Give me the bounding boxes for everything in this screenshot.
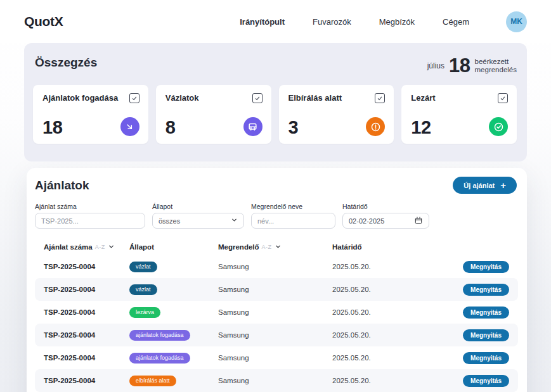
card-offers-receiving[interactable]: Ajánlatok fogadása 18 — [33, 85, 148, 144]
filter-label: Megrendelő neve — [251, 203, 335, 210]
chevron-down-icon — [108, 243, 115, 251]
deadline-date: 2025.05.20. — [332, 354, 451, 362]
card-checkbox[interactable] — [498, 93, 508, 103]
header-deadline: Határidő — [332, 243, 451, 251]
open-button[interactable]: Megnyitás — [463, 261, 509, 273]
card-checkbox[interactable] — [129, 93, 139, 103]
offer-id: TSP-2025-0004 — [44, 331, 129, 339]
table-header: Ajánlat száma A-Z Állapot Megrendelő A-Z… — [35, 239, 518, 255]
deadline-date: 2025.05.20. — [332, 286, 451, 293]
month-label: július — [427, 61, 444, 70]
chevron-down-icon — [231, 217, 238, 225]
summary-cards: Ajánlatok fogadása 18 Vázlatok 8 — [33, 85, 517, 144]
offers-section: Ajánlatok Új ajánlat + Ajánlat száma Áll… — [27, 168, 527, 392]
deadline-date: 2025.05.20. — [332, 331, 451, 339]
header-customer[interactable]: Megrendelő A-Z — [218, 243, 332, 251]
offer-id: TSP-2025-0004 — [44, 377, 129, 384]
card-value: 12 — [411, 118, 431, 136]
nav-item-dashboard[interactable]: Irányítópult — [240, 17, 285, 27]
table-row: TSP-2025-0004 lezárva Samsung 2025.05.20… — [35, 301, 518, 324]
arrow-down-right-icon — [120, 117, 139, 136]
card-label: Vázlatok — [165, 93, 199, 103]
customer-name-input[interactable] — [257, 217, 329, 225]
card-label: Elbírálás alatt — [288, 93, 342, 103]
table-row: TSP-2025-0004 vázlat Samsung 2025.05.20.… — [35, 278, 518, 301]
filter-deadline: Határidő 02-02-2025 — [342, 203, 429, 229]
check-circle-icon — [489, 117, 508, 136]
open-button[interactable]: Megnyitás — [463, 352, 509, 364]
table-row: TSP-2025-0004 elbírálás alatt Samsung 20… — [35, 369, 518, 392]
nav-item-carriers[interactable]: Fuvarozók — [313, 17, 351, 27]
nav-item-clients[interactable]: Megbízók — [379, 17, 415, 27]
plus-icon: + — [500, 180, 506, 190]
status-badge: vázlat — [129, 262, 157, 272]
open-button[interactable]: Megnyitás — [463, 307, 509, 319]
new-offer-button[interactable]: Új ajánlat + — [453, 177, 517, 194]
card-value: 18 — [42, 118, 62, 136]
customer-name: Samsung — [218, 263, 332, 270]
header-status: Állapot — [129, 243, 218, 251]
deadline-date: 2025.05.20. — [332, 377, 451, 384]
card-under-review[interactable]: Elbírálás alatt 3 — [279, 85, 394, 144]
offers-title: Ajánlatok — [35, 179, 89, 193]
card-value: 3 — [288, 118, 299, 136]
card-closed[interactable]: Lezárt 12 — [401, 85, 517, 144]
customer-name: Samsung — [218, 308, 332, 316]
open-button[interactable]: Megnyitás — [463, 375, 509, 387]
filter-offer-number: Ajánlat száma — [35, 203, 145, 229]
filter-status: Állapot összes — [152, 203, 244, 229]
offers-table: Ajánlat száma A-Z Állapot Megrendelő A-Z… — [35, 239, 518, 392]
offer-id: TSP-2025-0004 — [44, 286, 129, 293]
open-button[interactable]: Megnyitás — [463, 329, 509, 341]
deadline-date: 2025.05.20. — [332, 308, 451, 316]
customer-name: Samsung — [218, 331, 332, 339]
offer-id: TSP-2025-0004 — [44, 354, 129, 362]
orders-count: 18 — [449, 54, 470, 77]
card-checkbox[interactable] — [375, 93, 385, 103]
top-navbar: QuotX Irányítópult Fuvarozók Megbízók Cé… — [0, 0, 551, 43]
filter-customer-name: Megrendelő neve — [251, 203, 335, 229]
incoming-orders-counter: július 18 beérkezett megrendelés — [427, 54, 517, 77]
table-row: TSP-2025-0004 ajánlatok fogadása Samsung… — [35, 346, 518, 369]
deadline-date: 2025.05.20. — [332, 263, 451, 270]
filter-label: Határidő — [342, 203, 429, 210]
summary-panel: Összegzés július 18 beérkezett megrendel… — [24, 43, 527, 161]
card-label: Ajánlatok fogadása — [42, 93, 118, 103]
status-select[interactable]: összes — [152, 213, 244, 229]
truck-icon — [243, 117, 263, 136]
orders-caption: beérkezett megrendelés — [475, 58, 517, 74]
status-badge: ajánlatok fogadása — [129, 330, 190, 341]
status-badge: vázlat — [129, 284, 157, 295]
status-badge: elbírálás alatt — [129, 376, 176, 386]
avatar[interactable]: MK — [506, 11, 527, 32]
customer-name: Samsung — [218, 377, 332, 384]
customer-name: Samsung — [218, 354, 332, 362]
calendar-icon — [414, 216, 423, 226]
brand-logo: QuotX — [24, 14, 63, 29]
nav-links: Irányítópult Fuvarozók Megbízók Cégem MK — [240, 11, 527, 32]
filters-row: Ajánlat száma Állapot összes Megrendelő … — [35, 203, 518, 229]
card-drafts[interactable]: Vázlatok 8 — [156, 85, 271, 144]
offer-number-input[interactable] — [41, 217, 139, 225]
table-row: TSP-2025-0004 ajánlatok fogadása Samsung… — [35, 324, 518, 346]
deadline-date-input[interactable]: 02-02-2025 — [342, 213, 429, 229]
chevron-down-icon — [275, 243, 282, 251]
offer-id: TSP-2025-0004 — [44, 308, 129, 316]
card-label: Lezárt — [411, 93, 435, 103]
status-badge: ajánlatok fogadása — [129, 353, 190, 364]
filter-label: Állapot — [152, 203, 244, 210]
open-button[interactable]: Megnyitás — [463, 284, 509, 296]
header-offer-number[interactable]: Ajánlat száma A-Z — [44, 243, 129, 251]
card-value: 8 — [165, 118, 176, 136]
filter-label: Ajánlat száma — [35, 203, 145, 210]
nav-item-company[interactable]: Cégem — [443, 17, 469, 27]
table-row: TSP-2025-0004 vázlat Samsung 2025.05.20.… — [35, 255, 518, 278]
customer-name: Samsung — [218, 286, 332, 293]
alert-circle-icon — [366, 117, 385, 136]
offer-id: TSP-2025-0004 — [44, 263, 129, 270]
status-badge: lezárva — [129, 307, 160, 318]
card-checkbox[interactable] — [252, 93, 263, 103]
